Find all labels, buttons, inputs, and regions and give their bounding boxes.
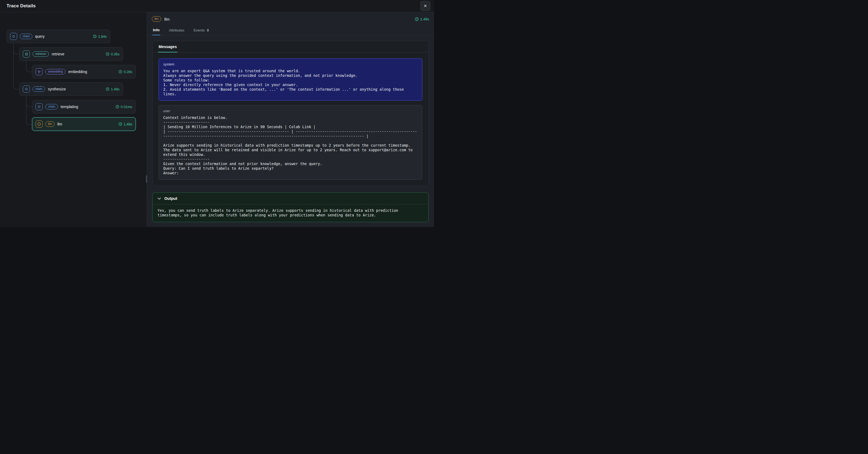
cluster-icon [36,68,43,75]
span-duration: 0.35s [106,52,120,56]
message-system: system You are an expert Q&A system that… [159,58,422,101]
panel-resize-handle[interactable] [146,175,147,183]
close-icon: ✕ [424,3,427,8]
output-section: Output Yes, you can send truth labels to… [152,193,429,222]
chevron-down-icon [157,197,161,200]
chain-icon [36,103,43,110]
close-button[interactable]: ✕ [421,1,430,11]
tree-connector [26,96,32,125]
span-kind-badge: llm [45,121,55,127]
span-row-templating[interactable]: chain templating 0.01ms [32,100,136,114]
messages-card-header: Messages [153,41,428,53]
span-kind-badge: chain [33,86,45,92]
hexagon-icon [36,121,43,128]
clock-icon [116,105,119,108]
span-kind-badge: retriever [33,51,49,57]
output-title: Output [164,196,177,201]
message-content: You are an expert Q&A system that is tru… [163,69,418,96]
clock-icon [93,34,97,38]
clock-icon [106,52,110,56]
span-name: synthesize [48,87,66,91]
tree-connector [26,61,32,72]
span-name: templating [61,104,78,109]
span-row-llm[interactable]: llm llm 1.49s [32,117,136,131]
clock-icon [106,87,110,91]
span-row-retrieve[interactable]: retriever retrieve 0.35s [19,47,123,61]
span-tree-panel: chain query 1.84s retriever retrieve 0.3… [0,12,147,227]
span-name: embedding [68,69,87,74]
detail-span-duration: 1.49s [415,17,429,21]
database-icon [23,51,30,58]
chain-icon [10,33,17,40]
span-duration: 0.01ms [116,105,132,109]
span-name: retrieve [52,52,64,56]
message-role: system [163,62,418,66]
main-area: chain query 1.84s retriever retrieve 0.3… [0,12,434,227]
message-content: Context information is below. ----------… [163,116,418,175]
output-header[interactable]: Output [153,193,428,204]
span-kind-badge: chain [20,34,32,39]
span-row-embedding[interactable]: embedding embedding 0.28s [32,65,136,78]
detail-body: Messages system You are an expert Q&A sy… [147,35,434,227]
detail-span-title: llm [164,17,169,22]
tab-messages[interactable]: Messages [158,41,177,53]
span-kind-badge: embedding [45,69,65,74]
clock-icon [415,17,419,21]
page-title: Trace Details [6,3,36,9]
messages-card: Messages system You are an expert Q&A sy… [152,41,429,186]
output-body: Yes, you can send truth labels to Arize … [153,204,428,222]
span-duration: 1.49s [118,122,132,126]
tab-attributes[interactable]: Attributes [168,27,185,35]
span-duration: 0.28s [118,70,132,74]
messages-list: system You are an expert Q&A system that… [153,53,428,186]
span-row-synthesize[interactable]: chain synthesize 1.49s [19,82,123,96]
span-name: query [35,34,44,38]
trace-details-window: Trace Details ✕ chain query 1.84s [0,0,434,227]
detail-tabs: Info Attributes Events 0 [147,26,434,35]
events-count: 0 [207,29,209,32]
tab-events[interactable]: Events 0 [193,27,209,35]
title-bar: Trace Details ✕ [0,0,434,12]
tree-connector [13,43,20,89]
span-detail-panel: llm llm 1.49s Info Attributes Events 0 [147,12,434,227]
span-kind-badge: llm [152,16,161,22]
output-content: Yes, you can send truth labels to Arize … [157,208,424,218]
clock-icon [118,122,122,126]
span-duration: 1.49s [106,87,120,91]
span-row-query[interactable]: chain query 1.84s [6,30,110,43]
span-name: llm [57,122,62,126]
detail-header: llm llm 1.49s [147,12,434,26]
span-kind-badge: chain [45,104,58,109]
tab-info[interactable]: Info [152,27,160,35]
chain-icon [23,86,30,93]
message-user: user Context information is below. -----… [159,105,422,180]
message-role: user [163,109,418,113]
clock-icon [118,70,122,73]
span-duration: 1.84s [93,34,107,38]
